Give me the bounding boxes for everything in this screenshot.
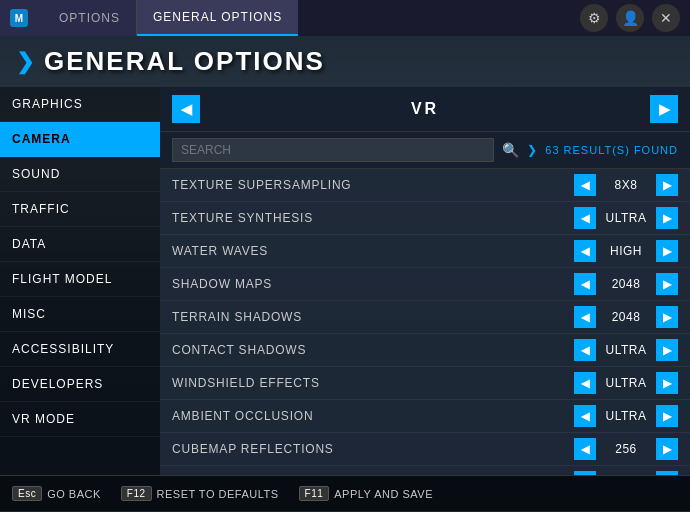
setting-control-8: ◀256▶	[558, 438, 678, 460]
search-results-count: 63 RESULT(S) FOUND	[545, 144, 678, 156]
sidebar-item-data[interactable]: DATA	[0, 227, 160, 262]
general-options-tab[interactable]: GENERAL OPTIONS	[137, 0, 298, 36]
setting-prev-button-4[interactable]: ◀	[574, 306, 596, 328]
apply-label: APPLY AND SAVE	[334, 488, 433, 500]
sidebar-item-sound[interactable]: SOUND	[0, 157, 160, 192]
table-row: AMBIENT OCCLUSION◀ULTRA▶	[160, 400, 690, 433]
table-row: TEXTURE SUPERSAMPLING◀8X8▶	[160, 169, 690, 202]
setting-next-button-4[interactable]: ▶	[656, 306, 678, 328]
setting-next-button-6[interactable]: ▶	[656, 372, 678, 394]
reset-defaults-button[interactable]: F12 RESET TO DEFAULTS	[121, 486, 279, 501]
setting-next-button-5[interactable]: ▶	[656, 339, 678, 361]
search-results-arrow: ❯	[527, 143, 537, 157]
svg-text:M: M	[15, 13, 23, 24]
setting-value-2: HIGH	[596, 244, 656, 258]
setting-next-button-0[interactable]: ▶	[656, 174, 678, 196]
setting-value-0: 8X8	[596, 178, 656, 192]
setting-control-5: ◀ULTRA▶	[558, 339, 678, 361]
sidebar-item-traffic[interactable]: TRAFFIC	[0, 192, 160, 227]
vr-next-button[interactable]: ▶	[650, 95, 678, 123]
table-row: CONTACT SHADOWS◀ULTRA▶	[160, 334, 690, 367]
page-title: GENERAL OPTIONS	[44, 46, 325, 77]
sidebar-item-camera[interactable]: CAMERA	[0, 122, 160, 157]
setting-name-0: TEXTURE SUPERSAMPLING	[172, 178, 558, 192]
setting-control-6: ◀ULTRA▶	[558, 372, 678, 394]
setting-prev-button-0[interactable]: ◀	[574, 174, 596, 196]
setting-name-8: CUBEMAP REFLECTIONS	[172, 442, 558, 456]
setting-prev-button-1[interactable]: ◀	[574, 207, 596, 229]
setting-next-button-7[interactable]: ▶	[656, 405, 678, 427]
go-back-button[interactable]: Esc GO BACK	[12, 486, 101, 501]
apply-save-button[interactable]: F11 APPLY AND SAVE	[299, 486, 433, 501]
search-icon[interactable]: 🔍	[502, 142, 519, 158]
close-icon[interactable]: ✕	[652, 4, 680, 32]
setting-control-3: ◀2048▶	[558, 273, 678, 295]
setting-control-7: ◀ULTRA▶	[558, 405, 678, 427]
setting-name-1: TEXTURE SYNTHESIS	[172, 211, 558, 225]
top-bar-icons: ⚙ 👤 ✕	[580, 0, 690, 36]
search-input[interactable]	[172, 138, 494, 162]
sidebar-item-graphics[interactable]: GRAPHICS	[0, 87, 160, 122]
search-bar: 🔍 ❯ 63 RESULT(S) FOUND	[160, 132, 690, 169]
setting-value-4: 2048	[596, 310, 656, 324]
setting-value-5: ULTRA	[596, 343, 656, 357]
setting-name-6: WINDSHIELD EFFECTS	[172, 376, 558, 390]
setting-value-8: 256	[596, 442, 656, 456]
setting-prev-button-6[interactable]: ◀	[574, 372, 596, 394]
setting-control-2: ◀HIGH▶	[558, 240, 678, 262]
setting-next-button-1[interactable]: ▶	[656, 207, 678, 229]
sidebar-item-accessibility[interactable]: ACCESSIBILITY	[0, 332, 160, 367]
reset-key: F12	[121, 486, 152, 501]
vr-prev-button[interactable]: ◀	[172, 95, 200, 123]
bottom-bar: Esc GO BACK F12 RESET TO DEFAULTS F11 AP…	[0, 475, 690, 511]
setting-next-button-3[interactable]: ▶	[656, 273, 678, 295]
table-row: WINDSHIELD EFFECTS◀ULTRA▶	[160, 367, 690, 400]
user-icon[interactable]: 👤	[616, 4, 644, 32]
setting-value-6: ULTRA	[596, 376, 656, 390]
sidebar-item-misc[interactable]: MISC	[0, 297, 160, 332]
setting-value-7: ULTRA	[596, 409, 656, 423]
setting-next-button-2[interactable]: ▶	[656, 240, 678, 262]
sidebar: GRAPHICSCAMERASOUNDTRAFFICDATAFLIGHT MOD…	[0, 87, 160, 475]
setting-prev-button-2[interactable]: ◀	[574, 240, 596, 262]
reset-label: RESET TO DEFAULTS	[157, 488, 279, 500]
page-title-bar: ❯ GENERAL OPTIONS	[0, 36, 690, 87]
setting-prev-button-8[interactable]: ◀	[574, 438, 596, 460]
go-back-key: Esc	[12, 486, 42, 501]
setting-value-1: ULTRA	[596, 211, 656, 225]
settings-list: TEXTURE SUPERSAMPLING◀8X8▶TEXTURE SYNTHE…	[160, 169, 690, 475]
gear-icon[interactable]: ⚙	[580, 4, 608, 32]
setting-name-4: TERRAIN SHADOWS	[172, 310, 558, 324]
apply-key: F11	[299, 486, 330, 501]
setting-name-5: CONTACT SHADOWS	[172, 343, 558, 357]
main-content: GRAPHICSCAMERASOUNDTRAFFICDATAFLIGHT MOD…	[0, 87, 690, 475]
setting-prev-button-5[interactable]: ◀	[574, 339, 596, 361]
vr-label: VR	[200, 100, 650, 118]
logo-icon: M	[10, 9, 28, 27]
setting-prev-button-7[interactable]: ◀	[574, 405, 596, 427]
sidebar-item-vr-mode[interactable]: VR MODE	[0, 402, 160, 437]
table-row: CUBEMAP REFLECTIONS◀256▶	[160, 433, 690, 466]
options-tab[interactable]: OPTIONS	[43, 0, 137, 36]
setting-value-3: 2048	[596, 277, 656, 291]
vr-selector: ◀ VR ▶	[160, 87, 690, 132]
logo-area: M	[0, 0, 43, 36]
setting-name-2: WATER WAVES	[172, 244, 558, 258]
right-panel: ◀ VR ▶ 🔍 ❯ 63 RESULT(S) FOUND TEXTURE SU…	[160, 87, 690, 475]
top-bar: M OPTIONS GENERAL OPTIONS ⚙ 👤 ✕	[0, 0, 690, 36]
table-row: TERRAIN SHADOWS◀2048▶	[160, 301, 690, 334]
sidebar-item-flight-model[interactable]: FLIGHT MODEL	[0, 262, 160, 297]
setting-control-1: ◀ULTRA▶	[558, 207, 678, 229]
go-back-label: GO BACK	[47, 488, 101, 500]
sidebar-item-developers[interactable]: DEVELOPERS	[0, 367, 160, 402]
setting-name-7: AMBIENT OCCLUSION	[172, 409, 558, 423]
setting-control-0: ◀8X8▶	[558, 174, 678, 196]
table-row: SHADOW MAPS◀2048▶	[160, 268, 690, 301]
setting-control-4: ◀2048▶	[558, 306, 678, 328]
setting-name-3: SHADOW MAPS	[172, 277, 558, 291]
title-arrow-icon: ❯	[16, 49, 34, 75]
table-row: WATER WAVES◀HIGH▶	[160, 235, 690, 268]
setting-prev-button-3[interactable]: ◀	[574, 273, 596, 295]
setting-next-button-8[interactable]: ▶	[656, 438, 678, 460]
table-row: RAYMARCHED REFLECTIONS◀ULTRA▶	[160, 466, 690, 475]
